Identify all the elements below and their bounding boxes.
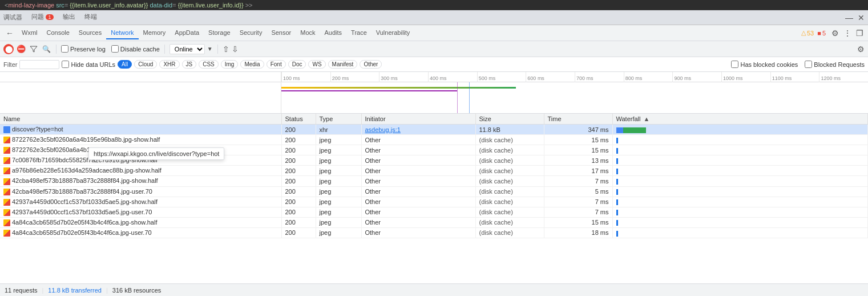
filter-toggle-btn[interactable] (29, 44, 39, 54)
window-minimize-btn[interactable]: — (845, 13, 853, 22)
cell-name[interactable]: 4a84ca3cb6585d7b02e05f43b4c4f6ca.jpg-use… (0, 227, 281, 238)
cell-name[interactable]: 42937a4459d00ccf1c537bf1033d5ae5.jpg-sho… (0, 197, 281, 207)
cell-type: jpeg (316, 197, 361, 207)
preserve-log-checkbox[interactable] (61, 45, 68, 53)
col-header-size[interactable]: Size (475, 114, 544, 125)
network-table: Name Status Type Initiator Size Time Wat… (0, 114, 868, 238)
record-btn[interactable]: ⬤ (3, 44, 14, 54)
cell-time: 7 ms (544, 176, 612, 186)
devtools-title: 调试器 (3, 13, 22, 22)
tab-sensor[interactable]: Sensor (267, 27, 296, 39)
hide-data-urls-checkbox[interactable] (62, 61, 69, 68)
cell-initiator[interactable]: asdebug.js:1 (361, 125, 475, 135)
tab-wxml[interactable]: Wxml (17, 27, 42, 39)
col-header-name[interactable]: Name (0, 114, 281, 125)
initiator-link[interactable]: asdebug.js:1 (365, 126, 401, 133)
throttle-dropdown-icon[interactable]: ▼ (207, 46, 213, 52)
export-har-btn[interactable]: ⇩ (232, 45, 239, 54)
error-alerts[interactable]: ■ 5 (817, 30, 826, 37)
tab-storage[interactable]: Storage (204, 27, 235, 39)
hide-data-urls-label[interactable]: Hide data URLs (62, 61, 115, 68)
waterfall-cached-line (616, 199, 618, 205)
blocked-requests-text: Blocked Requests (814, 61, 865, 68)
has-blocked-cookies-checkbox[interactable] (731, 61, 738, 68)
cell-name[interactable]: 42937a4459d00ccf1c537bf1033d5ae5.jpg-use… (0, 207, 281, 217)
tab-console[interactable]: Console (42, 27, 74, 39)
preserve-log-label[interactable]: Preserve log (61, 45, 106, 53)
table-row[interactable]: discover?type=hot200xhrasdebug.js:111.8 … (0, 125, 868, 135)
search-btn[interactable]: 🔍 (41, 44, 51, 54)
filter-pill-font[interactable]: Font (267, 60, 286, 69)
blocked-requests-checkbox[interactable] (805, 61, 812, 68)
window-close-btn[interactable]: ✕ (858, 13, 865, 22)
filter-pill-img[interactable]: Img (221, 60, 239, 69)
col-header-waterfall[interactable]: Waterfall ▲ (612, 114, 868, 125)
tab-sources[interactable]: Sources (74, 27, 106, 39)
table-row[interactable]: 4a84ca3cb6585d7b02e05f43b4c4f6ca.jpg-sho… (0, 217, 868, 227)
cell-status: 200 (281, 145, 316, 155)
tab-network[interactable]: Network (106, 27, 138, 39)
undock-btn[interactable]: ❐ (854, 27, 866, 39)
table-row[interactable]: 8722762e3c5bf0260a6a4b195e96ba8b.jpg-sho… (0, 135, 868, 145)
has-blocked-cookies-label[interactable]: Has blocked cookies (731, 61, 798, 68)
col-header-status[interactable]: Status (281, 114, 316, 125)
col-header-type[interactable]: Type (316, 114, 361, 125)
cell-name[interactable]: discover?type=hot (0, 125, 281, 135)
table-row[interactable]: 42937a4459d00ccf1c537bf1033d5ae5.jpg-use… (0, 207, 868, 217)
filter-pill-js[interactable]: JS (182, 60, 197, 69)
network-settings-btn[interactable]: ⚙ (857, 45, 865, 54)
cell-name[interactable]: 4a84ca3cb6585d7b02e05f43b4c4f6ca.jpg-sho… (0, 217, 281, 227)
filter-pill-other[interactable]: Other (360, 60, 382, 69)
filter-pill-doc[interactable]: Doc (288, 60, 306, 69)
table-row[interactable]: 42937a4459d00ccf1c537bf1033d5ae5.jpg-sho… (0, 197, 868, 207)
tab-vulnerability[interactable]: Vulnerability (372, 27, 415, 39)
settings-gear-btn[interactable]: ⚙ (829, 27, 841, 39)
tab-memory[interactable]: Memory (139, 27, 171, 39)
table-row[interactable]: 42cba498ef573b18887ba873c2888f84.jpg-sho… (0, 176, 868, 186)
back-btn[interactable]: ← (2, 29, 17, 38)
clear-btn[interactable]: ⛔ (16, 44, 26, 54)
filter-pill-all[interactable]: All (118, 60, 132, 69)
filter-pill-xhr[interactable]: XHR (159, 60, 179, 69)
devtools-tab-bar: 调试器 问题 1 输出 终端 — ✕ (0, 10, 868, 25)
cell-type: jpeg (316, 145, 361, 155)
disable-cache-label[interactable]: Disable cache (111, 45, 160, 53)
table-row[interactable]: 42cba498ef573b18887ba873c2888f84.jpg-use… (0, 186, 868, 197)
devtools-tab-output[interactable]: 输出 (58, 10, 80, 25)
tab-appdata[interactable]: AppData (170, 27, 204, 39)
devtools-tab-issue[interactable]: 问题 1 (27, 10, 58, 25)
filter-pill-cloud[interactable]: Cloud (134, 60, 157, 69)
filter-pill-ws[interactable]: WS (308, 60, 325, 69)
blocked-requests-label[interactable]: Blocked Requests (805, 61, 865, 68)
cell-name[interactable]: 42cba498ef573b18887ba873c2888f84.jpg-sho… (0, 176, 281, 186)
tab-security[interactable]: Security (235, 27, 267, 39)
import-har-btn[interactable]: ⇧ (223, 45, 229, 54)
tab-audits[interactable]: Audits (320, 27, 347, 39)
cell-name[interactable]: 8722762e3c5bf0260a6a4b195e96ba8b.jpg-sho… (0, 135, 281, 145)
network-table-wrapper[interactable]: Name Status Type Initiator Size Time Wat… (0, 114, 868, 238)
filter-input[interactable] (22, 61, 56, 68)
cell-name[interactable]: 42cba498ef573b18887ba873c2888f84.jpg-use… (0, 186, 281, 197)
warning-alerts[interactable]: △ 53 (801, 29, 814, 37)
table-row[interactable]: a976b86eb228e5163d4a259adcaec88b.jpg-sho… (0, 166, 868, 176)
cell-name[interactable]: a976b86eb228e5163d4a259adcaec88b.jpg-sho… (0, 166, 281, 176)
resource-name: 42937a4459d00ccf1c537bf1033d5ae5.jpg-use… (12, 209, 152, 215)
filter-pill-css[interactable]: CSS (199, 60, 219, 69)
tab-trace[interactable]: Trace (346, 27, 372, 39)
col-header-time[interactable]: Time (544, 114, 612, 125)
network-throttle-select[interactable]: Online (169, 44, 205, 54)
disable-cache-checkbox[interactable] (111, 45, 119, 53)
resource-name: 4a84ca3cb6585d7b02e05f43b4c4f6ca.jpg-sho… (12, 219, 157, 226)
table-row[interactable]: 4a84ca3cb6585d7b02e05f43b4c4f6ca.jpg-use… (0, 227, 868, 238)
more-options-btn[interactable]: ⋮ (841, 27, 854, 39)
tick-1200ms: 1200 ms (819, 72, 868, 82)
timeline-vline-2 (469, 82, 470, 113)
filter-pill-media[interactable]: Media (240, 60, 264, 69)
cell-type: jpeg (316, 155, 361, 166)
cell-type: jpeg (316, 227, 361, 238)
devtools-tab-terminal[interactable]: 终端 (80, 10, 102, 25)
col-header-initiator[interactable]: Initiator (361, 114, 475, 125)
tab-mock[interactable]: Mock (296, 27, 320, 39)
filter-pill-manifest[interactable]: Manifest (328, 60, 358, 69)
cell-initiator: Other (361, 176, 475, 186)
